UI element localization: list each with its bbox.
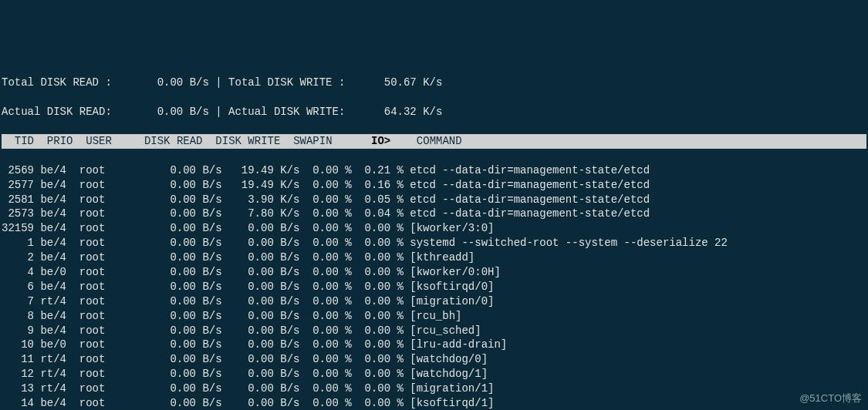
cell-user: root bbox=[79, 396, 144, 410]
cell-io: 0.00 % bbox=[352, 294, 404, 309]
header-disk-write[interactable]: DISK WRITE bbox=[215, 135, 280, 147]
cell-prio: be/0 bbox=[40, 338, 73, 352]
cell-disk-read: 0.00 B/s bbox=[144, 367, 222, 381]
header-prio[interactable]: PRIO bbox=[47, 135, 73, 147]
cell-io: 0.00 % bbox=[352, 309, 404, 324]
cell-user: root bbox=[79, 178, 144, 193]
process-row[interactable]: 2569 be/4 root0.00 B/s19.49 K/s0.00 %0.2… bbox=[2, 163, 866, 178]
total-read-label: Total DISK READ : bbox=[2, 76, 112, 89]
cell-command: [watchdog/1] bbox=[404, 367, 488, 381]
cell-swapin: 0.00 % bbox=[299, 309, 351, 324]
cell-swapin: 0.00 % bbox=[299, 163, 351, 178]
process-row[interactable]: 4 be/0 root0.00 B/s0.00 B/s0.00 %0.00 %[… bbox=[2, 265, 866, 280]
cell-command: [ksoftirqd/1] bbox=[404, 396, 495, 410]
cell-swapin: 0.00 % bbox=[299, 221, 351, 236]
process-row[interactable]: 32159 be/4 root0.00 B/s0.00 B/s0.00 %0.0… bbox=[2, 221, 866, 236]
process-row[interactable]: 1 be/4 root0.00 B/s0.00 B/s0.00 %0.00 %s… bbox=[2, 236, 866, 250]
header-disk-read[interactable]: DISK READ bbox=[144, 135, 203, 147]
cell-prio: be/4 bbox=[40, 236, 73, 250]
cell-user: root bbox=[79, 265, 144, 280]
process-row[interactable]: 13 rt/4 root0.00 B/s0.00 B/s0.00 %0.00 %… bbox=[2, 381, 866, 396]
cell-tid: 14 bbox=[2, 396, 34, 410]
cell-disk-read: 0.00 B/s bbox=[144, 221, 222, 236]
cell-disk-write: 0.00 B/s bbox=[222, 250, 300, 265]
watermark: @51CTO博客 bbox=[799, 392, 862, 405]
process-row[interactable]: 14 be/4 root0.00 B/s0.00 B/s0.00 %0.00 %… bbox=[2, 396, 866, 410]
cell-disk-read: 0.00 B/s bbox=[144, 381, 222, 396]
cell-command: [rcu_sched] bbox=[404, 324, 481, 338]
cell-command: etcd --data-dir=management-state/etcd bbox=[404, 163, 650, 178]
cell-io: 0.00 % bbox=[352, 396, 404, 410]
cell-tid: 4 bbox=[2, 265, 34, 280]
cell-disk-read: 0.00 B/s bbox=[144, 396, 222, 410]
cell-command: [migration/1] bbox=[404, 381, 495, 396]
cell-prio: be/4 bbox=[40, 221, 73, 236]
cell-disk-read: 0.00 B/s bbox=[144, 163, 222, 178]
process-row[interactable]: 2 be/4 root0.00 B/s0.00 B/s0.00 %0.00 %[… bbox=[2, 250, 866, 265]
cell-disk-read: 0.00 B/s bbox=[144, 265, 222, 280]
cell-user: root bbox=[79, 163, 144, 178]
cell-disk-write: 0.00 B/s bbox=[222, 367, 300, 381]
cell-command: [migration/0] bbox=[404, 294, 495, 309]
actual-write-label: Actual DISK WRITE: bbox=[228, 106, 345, 118]
cell-swapin: 0.00 % bbox=[299, 396, 351, 410]
cell-disk-write: 0.00 B/s bbox=[222, 352, 300, 367]
cell-tid: 2581 bbox=[2, 193, 34, 207]
process-row[interactable]: 2573 be/4 root0.00 B/s7.80 K/s0.00 %0.04… bbox=[2, 207, 866, 221]
cell-tid: 1 bbox=[2, 236, 34, 250]
cell-user: root bbox=[79, 207, 144, 221]
cell-tid: 11 bbox=[2, 352, 34, 367]
cell-prio: rt/4 bbox=[40, 367, 73, 381]
cell-prio: be/4 bbox=[40, 396, 73, 410]
cell-io: 0.00 % bbox=[352, 280, 404, 294]
cell-user: root bbox=[79, 338, 144, 352]
total-write-label: Total DISK WRITE : bbox=[228, 76, 345, 89]
cell-io: 0.00 % bbox=[352, 381, 404, 396]
cell-tid: 2569 bbox=[2, 163, 34, 178]
cell-command: [rcu_bh] bbox=[404, 309, 462, 324]
process-rows: 2569 be/4 root0.00 B/s19.49 K/s0.00 %0.2… bbox=[2, 163, 866, 410]
cell-command: systemd --switched-root --system --deser… bbox=[404, 236, 728, 250]
process-row[interactable]: 10 be/0 root0.00 B/s0.00 B/s0.00 %0.00 %… bbox=[2, 338, 866, 352]
cell-swapin: 0.00 % bbox=[299, 178, 351, 193]
process-row[interactable]: 9 be/4 root0.00 B/s0.00 B/s0.00 %0.00 %[… bbox=[2, 324, 866, 338]
cell-prio: be/4 bbox=[40, 193, 73, 207]
cell-io: 0.16 % bbox=[352, 178, 404, 193]
cell-disk-write: 0.00 B/s bbox=[222, 338, 300, 352]
cell-command: etcd --data-dir=management-state/etcd bbox=[404, 207, 650, 221]
header-swapin[interactable]: SWAPIN bbox=[293, 135, 332, 147]
cell-user: root bbox=[79, 294, 144, 309]
header-tid[interactable]: TID bbox=[15, 135, 34, 147]
cell-disk-write: 0.00 B/s bbox=[222, 280, 300, 294]
column-header-row[interactable]: TID PRIO USER DISK READ DISK WRITE SWAPI… bbox=[2, 134, 866, 149]
cell-disk-write: 0.00 B/s bbox=[222, 265, 300, 280]
cell-tid: 2573 bbox=[2, 207, 34, 221]
process-row[interactable]: 7 rt/4 root0.00 B/s0.00 B/s0.00 %0.00 %[… bbox=[2, 294, 866, 309]
process-row[interactable]: 2581 be/4 root0.00 B/s3.90 K/s0.00 %0.05… bbox=[2, 193, 866, 207]
cell-tid: 10 bbox=[2, 338, 34, 352]
cell-prio: be/4 bbox=[40, 178, 73, 193]
total-write-value: 50.67 K/s bbox=[384, 76, 443, 89]
cell-command: [lru-add-drain] bbox=[404, 338, 507, 352]
header-io-sort[interactable]: IO> bbox=[371, 135, 390, 147]
cell-prio: be/4 bbox=[40, 163, 73, 178]
header-user[interactable]: USER bbox=[86, 135, 112, 147]
cell-disk-write: 0.00 B/s bbox=[222, 221, 300, 236]
process-row[interactable]: 12 rt/4 root0.00 B/s0.00 B/s0.00 %0.00 %… bbox=[2, 367, 866, 381]
cell-disk-read: 0.00 B/s bbox=[144, 236, 222, 250]
cell-disk-write: 0.00 B/s bbox=[222, 324, 300, 338]
header-command[interactable]: COMMAND bbox=[417, 135, 462, 147]
cell-tid: 6 bbox=[2, 280, 34, 294]
process-row[interactable]: 11 rt/4 root0.00 B/s0.00 B/s0.00 %0.00 %… bbox=[2, 352, 866, 367]
actual-read-value: 0.00 B/s bbox=[157, 106, 209, 118]
cell-user: root bbox=[79, 352, 144, 367]
cell-disk-write: 19.49 K/s bbox=[222, 163, 300, 178]
cell-io: 0.05 % bbox=[352, 193, 404, 207]
cell-tid: 8 bbox=[2, 309, 34, 324]
cell-user: root bbox=[79, 221, 144, 236]
process-row[interactable]: 2577 be/4 root0.00 B/s19.49 K/s0.00 %0.1… bbox=[2, 178, 866, 193]
process-row[interactable]: 6 be/4 root0.00 B/s0.00 B/s0.00 %0.00 %[… bbox=[2, 280, 866, 294]
process-row[interactable]: 8 be/4 root0.00 B/s0.00 B/s0.00 %0.00 %[… bbox=[2, 309, 866, 324]
cell-tid: 12 bbox=[2, 367, 34, 381]
cell-disk-read: 0.00 B/s bbox=[144, 352, 222, 367]
